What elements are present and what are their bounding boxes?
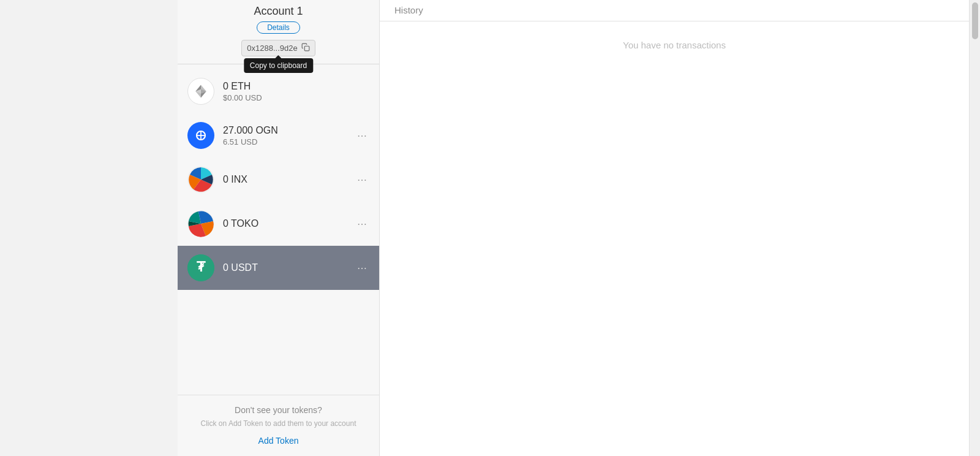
inx-icon [187, 166, 214, 193]
token-info-inx: 0 INX [223, 174, 355, 185]
svg-rect-0 [304, 46, 309, 51]
history-header: History [380, 0, 969, 21]
details-button[interactable]: Details [257, 21, 300, 34]
token-item-ogn[interactable]: 27.000 OGN 6.51 USD ⋯ [178, 113, 379, 158]
token-usd-eth: $0.00 USD [223, 93, 369, 102]
history-panel: History You have no transactions [380, 0, 969, 456]
token-item-usdt[interactable]: ₮ 0 USDT ⋯ [178, 246, 379, 290]
account-header: Account 1 Details 0x1288...9d2e Copy to … [178, 0, 379, 59]
token-amount-eth: 0 ETH [223, 81, 369, 92]
token-item-toko[interactable]: 0 TOKO ⋯ [178, 202, 379, 246]
address-text: 0x1288...9d2e [247, 44, 297, 53]
ogn-icon [187, 122, 214, 149]
token-item-eth[interactable]: 0 ETH $0.00 USD [178, 69, 379, 113]
no-tokens-sub: Click on Add Token to add them to your a… [187, 419, 369, 429]
copy-icon[interactable] [301, 43, 310, 53]
divider [178, 64, 379, 64]
scrollbar-thumb[interactable] [972, 2, 978, 39]
inx-more-icon[interactable]: ⋯ [355, 172, 369, 188]
history-title: History [394, 5, 423, 15]
token-amount-inx: 0 INX [223, 174, 355, 185]
token-usd-ogn: 6.51 USD [223, 137, 355, 146]
token-info-ogn: 27.000 OGN 6.51 USD [223, 125, 355, 146]
address-row: 0x1288...9d2e Copy to clipboard [187, 40, 369, 56]
address-box: 0x1288...9d2e [241, 40, 315, 56]
left-sidebar [0, 0, 178, 456]
no-tokens-text: Don't see your tokens? [187, 405, 369, 415]
token-info-usdt: 0 USDT [223, 262, 355, 273]
right-scrollbar[interactable] [969, 0, 980, 456]
token-info-toko: 0 TOKO [223, 218, 355, 229]
usdt-icon: ₮ [187, 254, 214, 281]
token-amount-toko: 0 TOKO [223, 218, 355, 229]
token-list: 0 ETH $0.00 USD 27.000 OGN 6.51 USD ⋯ [178, 69, 379, 395]
bottom-section: Don't see your tokens? Click on Add Toke… [178, 395, 379, 456]
toko-icon [187, 210, 214, 237]
history-empty-text: You have no transactions [623, 40, 726, 50]
token-info-eth: 0 ETH $0.00 USD [223, 81, 369, 102]
token-amount-usdt: 0 USDT [223, 262, 355, 273]
toko-more-icon[interactable]: ⋯ [355, 216, 369, 232]
svg-text:₮: ₮ [197, 259, 206, 275]
account-title: Account 1 [187, 5, 369, 18]
add-token-link[interactable]: Add Token [258, 436, 299, 446]
history-empty: You have no transactions [380, 21, 969, 456]
token-amount-ogn: 27.000 OGN [223, 125, 355, 136]
usdt-more-icon[interactable]: ⋯ [355, 260, 369, 276]
eth-icon [187, 78, 214, 105]
ogn-more-icon[interactable]: ⋯ [355, 127, 369, 144]
token-item-inx[interactable]: 0 INX ⋯ [178, 158, 379, 202]
wallet-panel: Account 1 Details 0x1288...9d2e Copy to … [178, 0, 380, 456]
